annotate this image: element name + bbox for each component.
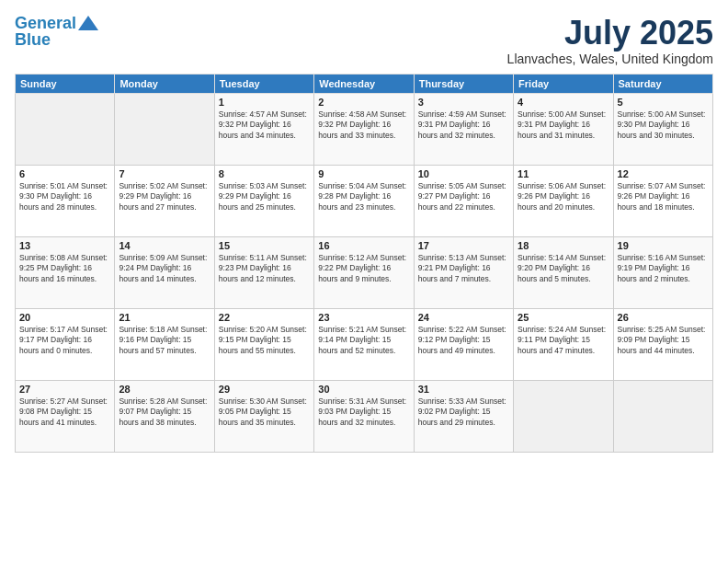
day-detail: Sunrise: 5:04 AM Sunset: 9:28 PM Dayligh… [318,181,409,213]
day-number: 1 [219,97,310,108]
day-number: 6 [19,168,110,179]
logo: GeneralBlue [15,15,98,48]
day-detail: Sunrise: 5:21 AM Sunset: 9:14 PM Dayligh… [318,325,409,356]
day-detail: Sunrise: 5:05 AM Sunset: 9:27 PM Dayligh… [418,181,509,213]
table-row: 25Sunrise: 5:24 AM Sunset: 9:11 PM Dayli… [514,308,613,380]
day-number: 24 [418,312,509,323]
calendar-week-3: 13Sunrise: 5:08 AM Sunset: 9:25 PM Dayli… [16,236,713,308]
day-detail: Sunrise: 5:09 AM Sunset: 9:24 PM Dayligh… [119,253,210,284]
day-detail: Sunrise: 5:11 AM Sunset: 9:23 PM Dayligh… [219,253,310,284]
day-number: 27 [19,384,110,395]
table-row: 13Sunrise: 5:08 AM Sunset: 9:25 PM Dayli… [16,236,115,308]
day-number: 22 [219,312,310,323]
col-sunday: Sunday [16,74,115,93]
day-number: 28 [119,384,210,395]
table-row: 15Sunrise: 5:11 AM Sunset: 9:23 PM Dayli… [214,236,313,308]
day-detail: Sunrise: 5:00 AM Sunset: 9:30 PM Dayligh… [618,109,709,141]
col-saturday: Saturday [613,74,712,93]
day-detail: Sunrise: 5:20 AM Sunset: 9:15 PM Dayligh… [219,325,310,356]
day-number: 13 [19,240,110,251]
month-title: July 2025 [507,15,713,52]
table-row: 12Sunrise: 5:07 AM Sunset: 9:26 PM Dayli… [613,165,712,236]
table-row: 17Sunrise: 5:13 AM Sunset: 9:21 PM Dayli… [414,236,513,308]
day-detail: Sunrise: 5:24 AM Sunset: 9:11 PM Dayligh… [518,325,609,356]
col-friday: Friday [514,74,613,93]
svg-marker-0 [78,16,98,30]
day-number: 5 [618,97,709,108]
table-row: 1Sunrise: 4:57 AM Sunset: 9:32 PM Daylig… [214,93,313,165]
calendar-week-2: 6Sunrise: 5:01 AM Sunset: 9:30 PM Daylig… [16,165,713,236]
day-number: 17 [418,240,509,251]
table-row: 10Sunrise: 5:05 AM Sunset: 9:27 PM Dayli… [414,165,513,236]
logo-icon [78,14,98,32]
day-number: 21 [119,312,210,323]
title-block: July 2025 Llanvaches, Wales, United King… [507,15,713,66]
day-detail: Sunrise: 5:22 AM Sunset: 9:12 PM Dayligh… [418,325,509,356]
day-detail: Sunrise: 5:14 AM Sunset: 9:20 PM Dayligh… [518,253,609,284]
day-detail: Sunrise: 5:33 AM Sunset: 9:02 PM Dayligh… [418,396,509,428]
calendar-week-4: 20Sunrise: 5:17 AM Sunset: 9:17 PM Dayli… [16,308,713,380]
day-detail: Sunrise: 5:16 AM Sunset: 9:19 PM Dayligh… [618,253,709,284]
day-detail: Sunrise: 5:17 AM Sunset: 9:17 PM Dayligh… [19,325,110,356]
day-number: 31 [418,384,509,395]
table-row: 3Sunrise: 4:59 AM Sunset: 9:31 PM Daylig… [414,93,513,165]
table-row: 23Sunrise: 5:21 AM Sunset: 9:14 PM Dayli… [314,308,414,380]
col-monday: Monday [115,74,214,93]
day-number: 26 [618,312,709,323]
table-row: 26Sunrise: 5:25 AM Sunset: 9:09 PM Dayli… [613,308,712,380]
day-detail: Sunrise: 5:18 AM Sunset: 9:16 PM Dayligh… [119,325,210,356]
calendar-week-5: 27Sunrise: 5:27 AM Sunset: 9:08 PM Dayli… [16,380,713,452]
day-number: 8 [219,168,310,179]
table-row: 5Sunrise: 5:00 AM Sunset: 9:30 PM Daylig… [613,93,712,165]
day-detail: Sunrise: 5:00 AM Sunset: 9:31 PM Dayligh… [518,109,609,141]
day-detail: Sunrise: 5:01 AM Sunset: 9:30 PM Dayligh… [19,181,110,213]
table-row: 21Sunrise: 5:18 AM Sunset: 9:16 PM Dayli… [115,308,214,380]
day-detail: Sunrise: 5:08 AM Sunset: 9:25 PM Dayligh… [19,253,110,284]
table-row [514,380,613,452]
day-detail: Sunrise: 5:02 AM Sunset: 9:29 PM Dayligh… [119,181,210,213]
day-detail: Sunrise: 5:13 AM Sunset: 9:21 PM Dayligh… [418,253,509,284]
table-row: 7Sunrise: 5:02 AM Sunset: 9:29 PM Daylig… [115,165,214,236]
day-number: 19 [618,240,709,251]
day-detail: Sunrise: 5:30 AM Sunset: 9:05 PM Dayligh… [219,396,310,428]
day-detail: Sunrise: 5:12 AM Sunset: 9:22 PM Dayligh… [318,253,409,284]
table-row: 22Sunrise: 5:20 AM Sunset: 9:15 PM Dayli… [214,308,313,380]
col-thursday: Thursday [414,74,513,93]
day-detail: Sunrise: 5:06 AM Sunset: 9:26 PM Dayligh… [518,181,609,213]
table-row: 29Sunrise: 5:30 AM Sunset: 9:05 PM Dayli… [214,380,313,452]
col-wednesday: Wednesday [314,74,414,93]
day-detail: Sunrise: 5:31 AM Sunset: 9:03 PM Dayligh… [318,396,409,428]
day-detail: Sunrise: 4:57 AM Sunset: 9:32 PM Dayligh… [219,109,310,141]
table-row: 11Sunrise: 5:06 AM Sunset: 9:26 PM Dayli… [514,165,613,236]
col-tuesday: Tuesday [214,74,313,93]
table-row: 27Sunrise: 5:27 AM Sunset: 9:08 PM Dayli… [16,380,115,452]
day-number: 20 [19,312,110,323]
day-detail: Sunrise: 5:27 AM Sunset: 9:08 PM Dayligh… [19,396,110,428]
day-number: 25 [518,312,609,323]
table-row: 18Sunrise: 5:14 AM Sunset: 9:20 PM Dayli… [514,236,613,308]
day-number: 10 [418,168,509,179]
table-row: 28Sunrise: 5:28 AM Sunset: 9:07 PM Dayli… [115,380,214,452]
day-number: 18 [518,240,609,251]
calendar-page: GeneralBlue July 2025 Llanvaches, Wales,… [0,0,728,563]
table-row [16,93,115,165]
table-row: 19Sunrise: 5:16 AM Sunset: 9:19 PM Dayli… [613,236,712,308]
day-number: 30 [318,384,409,395]
day-detail: Sunrise: 5:25 AM Sunset: 9:09 PM Dayligh… [618,325,709,356]
logo-text: GeneralBlue [15,15,76,48]
day-detail: Sunrise: 4:58 AM Sunset: 9:32 PM Dayligh… [318,109,409,141]
header: GeneralBlue July 2025 Llanvaches, Wales,… [15,15,713,66]
table-row: 8Sunrise: 5:03 AM Sunset: 9:29 PM Daylig… [214,165,313,236]
calendar-header-row: Sunday Monday Tuesday Wednesday Thursday… [16,74,713,93]
day-number: 3 [418,97,509,108]
day-number: 7 [119,168,210,179]
day-number: 2 [318,97,409,108]
day-number: 16 [318,240,409,251]
table-row: 4Sunrise: 5:00 AM Sunset: 9:31 PM Daylig… [514,93,613,165]
day-number: 14 [119,240,210,251]
day-detail: Sunrise: 5:03 AM Sunset: 9:29 PM Dayligh… [219,181,310,213]
table-row [613,380,712,452]
day-number: 29 [219,384,310,395]
location: Llanvaches, Wales, United Kingdom [507,52,713,66]
table-row: 24Sunrise: 5:22 AM Sunset: 9:12 PM Dayli… [414,308,513,380]
